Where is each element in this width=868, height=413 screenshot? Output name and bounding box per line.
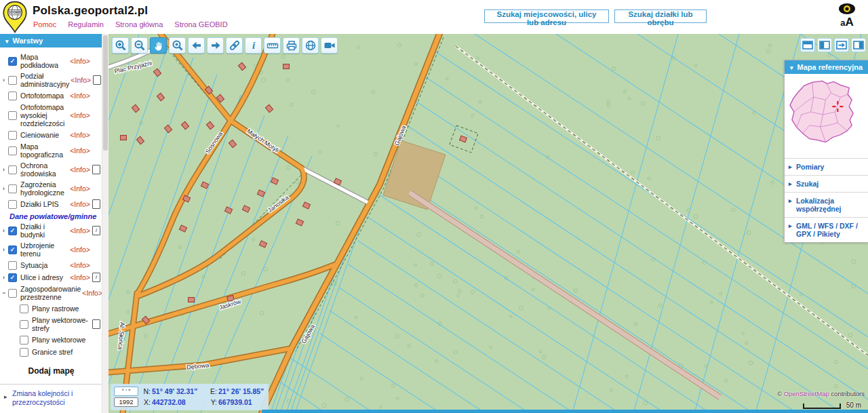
n-label: N: xyxy=(140,387,151,395)
search-parcel-button[interactable]: Szukaj działki lub obrębu xyxy=(614,9,707,23)
layer-checkbox[interactable] xyxy=(8,57,17,66)
layer-info-link[interactable]: <Info> xyxy=(70,245,90,254)
info-button[interactable]: i xyxy=(245,37,262,54)
layer-checkbox[interactable] xyxy=(8,227,17,235)
layer-row: Cieniowanie <Info> xyxy=(0,129,102,141)
poland-overview-map[interactable] xyxy=(785,74,868,158)
link-button[interactable] xyxy=(226,37,243,54)
print-button[interactable] xyxy=(283,37,300,54)
sublayer-label: Plany wektorowe xyxy=(32,336,90,344)
layer-label: Działki i budynki xyxy=(20,222,70,239)
measure-button[interactable] xyxy=(264,37,281,54)
sublayer-checkbox[interactable] xyxy=(20,304,28,313)
panel-section[interactable]: Szukaj xyxy=(785,175,868,192)
layer-checkbox[interactable] xyxy=(8,146,17,155)
map-canvas[interactable]: Plac Przyjaźni Sosnowa Małych Motyli Jan… xyxy=(108,34,868,413)
font-size-toggle[interactable]: aA xyxy=(835,18,859,28)
layer-row: Ochrona środowiska <Info> xyxy=(0,160,102,179)
layer-info-link[interactable]: <Info> xyxy=(70,146,90,155)
nav-strona-glowna[interactable]: Strona główna xyxy=(115,20,163,28)
layer-row: Zagrożenia hydrologiczne <Info> xyxy=(0,179,102,198)
document-icon[interactable] xyxy=(92,273,100,282)
expand-icon[interactable] xyxy=(1,289,7,297)
layer-label: Ortofotomapa xyxy=(20,92,70,100)
expand-icon[interactable] xyxy=(1,76,7,84)
layer-info-link[interactable]: <Info> xyxy=(70,184,90,193)
panel-section[interactable]: Pomiary xyxy=(785,158,868,175)
map-attribution: © OpenStreetMap contributors xyxy=(777,390,865,397)
crs-1992-button[interactable]: 1992 xyxy=(114,397,138,407)
nav-strona-geobid[interactable]: Strona GEOBID xyxy=(174,20,227,28)
reference-map-header[interactable]: ▾Mapa referencyjna xyxy=(785,60,868,74)
openstreetmap-link[interactable]: OpenStreetMap xyxy=(784,390,829,397)
sublayer-checkbox[interactable] xyxy=(20,320,28,329)
layer-info-link[interactable]: <Info> xyxy=(70,227,90,235)
expand-icon[interactable] xyxy=(1,165,7,174)
longitude-value: 21° 26' 15.85" xyxy=(218,387,264,395)
dms-format-button[interactable]: ° ' " xyxy=(114,387,138,396)
document-icon[interactable] xyxy=(93,75,101,85)
layer-info-link[interactable]: <Info> xyxy=(70,165,90,174)
warstwy-header[interactable]: ▾Warstwy xyxy=(0,34,102,47)
layer-info-link[interactable]: <Info> xyxy=(70,261,90,269)
nav-pomoc[interactable]: Pomoc xyxy=(33,20,56,28)
expand-icon[interactable] xyxy=(1,273,7,281)
layer-checkbox[interactable] xyxy=(8,273,17,282)
layer-checkbox[interactable] xyxy=(8,92,17,100)
layer-checkbox[interactable] xyxy=(8,200,17,209)
document-icon[interactable] xyxy=(92,319,100,329)
camera-button[interactable] xyxy=(321,37,338,54)
layer-info-link[interactable]: <Info> xyxy=(70,131,90,139)
geobid-logo[interactable]: GEOBID xyxy=(1,1,28,33)
sublayer-checkbox[interactable] xyxy=(20,336,28,345)
sidebar-scrollbar[interactable] xyxy=(102,34,108,413)
layer-checkbox[interactable] xyxy=(8,131,17,140)
layer-info-link[interactable]: <Info> xyxy=(70,273,90,281)
layer-info-link[interactable]: <Info> xyxy=(82,289,102,297)
layer-info-link[interactable]: <Info> xyxy=(71,76,91,84)
layer-checkbox[interactable] xyxy=(8,184,17,193)
layer-label: Mapa topograficzna xyxy=(20,142,70,159)
sublayer-checkbox[interactable] xyxy=(20,348,28,357)
globe-button[interactable] xyxy=(302,37,319,54)
nav-regulamin[interactable]: Regulamin xyxy=(68,20,104,28)
document-icon[interactable] xyxy=(92,226,100,235)
panel-section[interactable]: GML / WFS / DXF / GPX / Pikiety xyxy=(785,217,868,242)
layer-checkbox[interactable] xyxy=(8,261,17,270)
next-view-button[interactable] xyxy=(207,37,224,54)
layer-checkbox[interactable] xyxy=(8,289,17,298)
layout-right-panel-icon[interactable] xyxy=(851,38,866,52)
document-icon[interactable] xyxy=(92,165,100,174)
search-address-button[interactable]: Szukaj miejscowości, ulicy lub adresu xyxy=(484,9,609,23)
layer-info-link[interactable]: <Info> xyxy=(70,111,90,119)
layer-checkbox[interactable] xyxy=(8,76,17,85)
sublayer-row: Plany wektorowe-strefy xyxy=(0,315,102,334)
zoom-out-button[interactable] xyxy=(131,37,148,54)
zoom-extent-button[interactable] xyxy=(169,37,186,54)
layer-info-link[interactable]: <Info> xyxy=(70,92,90,100)
pan-hand-button[interactable] xyxy=(150,37,167,54)
layer-label: Mapa podkładowa xyxy=(20,53,70,69)
bottom-panel-edge[interactable] xyxy=(262,410,868,413)
layer-order-link[interactable]: ▸ Zmiana kolejności i przezroczystości xyxy=(0,384,102,413)
zoom-in-button[interactable] xyxy=(112,37,129,54)
panel-section[interactable]: Lokalizacja współrzędnej xyxy=(785,192,868,217)
layer-row: Zagospodarowanie przestrzenne <Info> xyxy=(0,283,102,302)
layout-left-panel-icon[interactable] xyxy=(817,38,832,52)
x-label: X: xyxy=(140,398,151,406)
layer-info-link[interactable]: <Info> xyxy=(70,57,90,65)
layer-info-link[interactable]: <Info> xyxy=(70,200,90,208)
layer-label: Podział administracyjny xyxy=(20,72,71,88)
layer-checkbox[interactable] xyxy=(8,245,17,254)
layout-top-panel-icon[interactable] xyxy=(800,38,815,52)
previous-view-button[interactable] xyxy=(188,37,205,54)
expand-icon[interactable] xyxy=(1,227,7,235)
layer-checkbox[interactable] xyxy=(8,165,17,174)
arrow-right-icon: ▸ xyxy=(4,393,7,401)
scrollbar-thumb[interactable] xyxy=(103,35,108,151)
collapse-panel-arrow-icon[interactable] xyxy=(834,38,849,52)
document-icon[interactable] xyxy=(92,199,100,209)
layer-checkbox[interactable] xyxy=(8,111,17,120)
expand-icon[interactable] xyxy=(1,184,7,193)
expand-icon[interactable] xyxy=(1,245,7,254)
